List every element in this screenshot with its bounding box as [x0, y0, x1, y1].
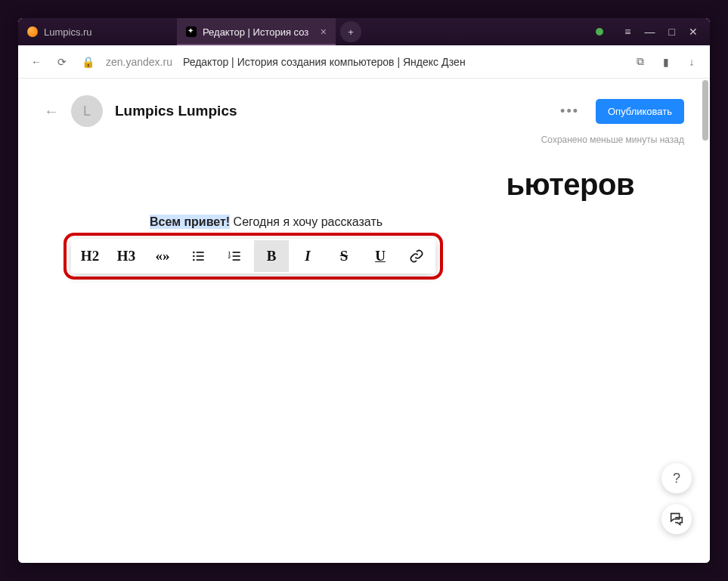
- browser-window: Lumpics.ru Редактор | История соз × + ≡ …: [18, 18, 710, 563]
- blockquote-button[interactable]: «»: [145, 240, 180, 272]
- window-controls: ≡ — □ ✕: [612, 26, 710, 38]
- svg-rect-9: [233, 255, 240, 257]
- more-options-icon[interactable]: •••: [556, 104, 584, 119]
- link-icon: [409, 249, 424, 264]
- svg-rect-7: [233, 252, 240, 253]
- save-status: Сохранено меньше минуты назад: [18, 131, 710, 145]
- url-title: Редактор | История создания компьютеров …: [183, 56, 466, 68]
- minimize-icon[interactable]: —: [645, 26, 655, 38]
- new-tab-button[interactable]: +: [340, 21, 361, 42]
- svg-rect-1: [197, 252, 204, 253]
- feedback-button[interactable]: [661, 504, 692, 534]
- svg-point-0: [193, 252, 195, 254]
- copy-icon[interactable]: ⧉: [633, 55, 648, 68]
- publish-button[interactable]: Опубликовать: [596, 99, 684, 124]
- formatting-toolbar: H2 H3 «» 12 B I S U: [71, 239, 435, 274]
- heading2-button[interactable]: H2: [73, 240, 107, 272]
- article-title[interactable]: ьютеров: [64, 168, 664, 202]
- tab-label: Редактор | История соз: [203, 26, 308, 38]
- reload-icon[interactable]: ⟳: [54, 56, 70, 68]
- editor-header: ← L Lumpics Lumpics ••• Опубликовать: [18, 79, 710, 131]
- tab-lumpics[interactable]: Lumpics.ru: [18, 18, 177, 45]
- selected-bold-text: Всем привет!: [150, 215, 230, 229]
- svg-text:2: 2: [228, 255, 231, 259]
- address-bar: ← ⟳ 🔒 zen.yandex.ru Редактор | История с…: [18, 45, 710, 79]
- underline-button[interactable]: U: [363, 240, 398, 272]
- heading3-button[interactable]: H3: [109, 240, 144, 272]
- article-paragraph[interactable]: Всем привет! Сегодня я хочу рассказать: [64, 215, 664, 229]
- chat-icon: [668, 511, 685, 527]
- tab-label: Lumpics.ru: [44, 26, 92, 38]
- favicon-zen: [186, 26, 197, 37]
- close-icon[interactable]: ✕: [689, 26, 698, 38]
- link-button[interactable]: [399, 240, 434, 272]
- strikethrough-button[interactable]: S: [327, 240, 361, 272]
- bullet-list-icon: [191, 249, 206, 264]
- extension-indicator-icon[interactable]: [596, 28, 603, 36]
- svg-rect-10: [233, 259, 240, 261]
- bullet-list-button[interactable]: [181, 240, 216, 272]
- scrollbar[interactable]: [702, 80, 708, 141]
- svg-point-2: [193, 255, 195, 258]
- nav-back-icon[interactable]: ←: [29, 56, 44, 68]
- menu-icon[interactable]: ≡: [624, 26, 630, 38]
- avatar[interactable]: L: [71, 95, 103, 127]
- italic-button[interactable]: I: [290, 240, 325, 272]
- editor-back-icon[interactable]: ←: [44, 103, 59, 120]
- bookmark-icon[interactable]: ▮: [658, 56, 674, 68]
- favicon-lumpics: [27, 26, 38, 37]
- toolbar-highlight: H2 H3 «» 12 B I S U: [64, 233, 443, 280]
- svg-rect-3: [197, 255, 204, 257]
- help-button[interactable]: ?: [661, 463, 692, 493]
- bold-button[interactable]: B: [254, 240, 289, 272]
- page-content: ← L Lumpics Lumpics ••• Опубликовать Сох…: [18, 79, 710, 563]
- download-icon[interactable]: ↓: [684, 56, 699, 68]
- url-domain[interactable]: zen.yandex.ru: [106, 56, 172, 68]
- lock-icon[interactable]: 🔒: [80, 56, 95, 68]
- tab-close-icon[interactable]: ×: [321, 26, 327, 38]
- numbered-list-button[interactable]: 12: [218, 240, 252, 272]
- svg-rect-5: [197, 259, 204, 261]
- svg-point-4: [193, 259, 195, 261]
- titlebar: Lumpics.ru Редактор | История соз × + ≡ …: [18, 18, 710, 45]
- author-name: Lumpics Lumpics: [115, 103, 237, 119]
- numbered-list-icon: 12: [228, 249, 243, 264]
- tab-editor[interactable]: Редактор | История соз ×: [177, 18, 336, 45]
- maximize-icon[interactable]: □: [669, 26, 675, 38]
- paragraph-rest: Сегодня я хочу рассказать: [230, 215, 383, 228]
